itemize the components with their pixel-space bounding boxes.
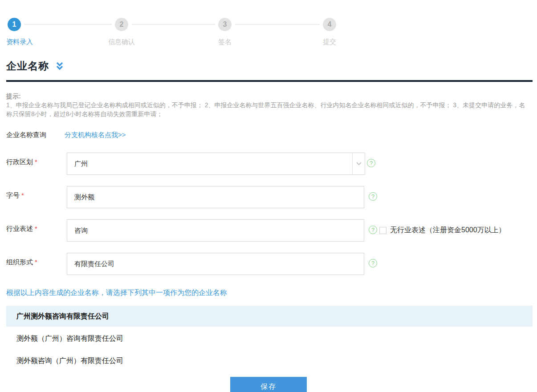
progress-stepper: 1 2 3 4 资料录入 信息确认 签名 提交 [0,0,537,46]
hint-label: 提示: [6,92,530,101]
trade-name-help-icon[interactable]: ? [369,192,377,201]
name-option-1[interactable]: 广州测外额咨询有限责任公司 [6,306,533,327]
name-query-label: 企业名称查询 [6,131,46,139]
trade-name-label: 字号* [6,191,24,200]
generated-names-instruction: 根据以上内容生成的企业名称，请选择下列其中一项作为您的企业名称 [6,288,531,298]
step-1-circle: 1 [8,18,21,31]
step-2-circle: 2 [115,18,128,31]
org-form-help-icon[interactable]: ? [369,259,377,267]
industry-label: 行业表述* [6,225,37,233]
form-row-trade-name: 字号* ? [0,186,537,208]
section-divider [6,80,533,82]
form-row-district: 行政区划* 广州 ? [0,153,537,175]
step-4-label: 提交 [323,38,336,46]
trade-name-input[interactable] [67,186,364,208]
generated-name-options: 广州测外额咨询有限责任公司 测外额（广州）咨询有限责任公司 测外额咨询（广州）有… [0,306,537,371]
save-button[interactable]: 保存 [230,377,307,392]
required-asterisk: * [35,158,37,166]
page-title: 企业名称 [6,59,49,73]
step-3-label: 签名 [218,38,232,46]
no-industry-checkbox-label: 无行业表述（注册资金5000万以上） [390,226,506,235]
hint-block: 提示: 1、申报企业名称与我局已登记企业名称构成相同或近似的，不予申报； 2、申… [6,92,530,118]
hint-text: 1、申报企业名称与我局已登记企业名称构成相同或近似的，不予申报； 2、申报企业名… [6,101,530,118]
step-connector [24,24,112,25]
chevron-down-icon[interactable] [352,153,365,174]
district-select-value: 广州 [67,160,352,168]
enterprise-name-registration-page: 1 2 3 4 资料录入 信息确认 签名 提交 企业名称 提示: 1、申报企业名… [0,0,537,392]
name-query-row: 企业名称查询 分支机构核名点我>> [6,131,531,139]
step-1-label: 资料录入 [6,38,33,46]
step-connector [235,24,320,25]
org-form-label: 组织形式* [6,258,37,267]
name-option-3[interactable]: 测外额咨询（广州）有限责任公司 [6,350,533,371]
step-connector [132,24,215,25]
collapse-double-chevron-icon[interactable] [55,61,64,73]
enterprise-name-form: 行政区划* 广州 ? 字号* ? 行业表述* ? [0,153,537,275]
form-row-org-form: 组织形式* ? [0,253,537,275]
step-2-label: 信息确认 [108,38,135,46]
district-help-icon[interactable]: ? [367,159,375,167]
required-asterisk: * [35,225,37,232]
no-industry-checkbox[interactable] [379,227,386,234]
form-row-industry: 行业表述* ? 无行业表述（注册资金5000万以上） [0,219,537,242]
required-asterisk: * [35,258,37,266]
section-header: 企业名称 [0,46,537,73]
name-option-2[interactable]: 测外额（广州）咨询有限责任公司 [6,328,533,349]
industry-help-icon[interactable]: ? [369,226,377,234]
branch-name-check-link[interactable]: 分支机构核名点我>> [65,131,126,139]
district-select[interactable]: 广州 [67,153,365,175]
step-3-circle: 3 [218,18,232,31]
no-industry-checkbox-group: 无行业表述（注册资金5000万以上） [379,226,506,235]
industry-input[interactable] [67,219,364,242]
step-4-circle: 4 [323,18,336,31]
org-form-input[interactable] [67,253,364,275]
required-asterisk: * [21,191,24,199]
district-label: 行政区划* [6,158,37,166]
